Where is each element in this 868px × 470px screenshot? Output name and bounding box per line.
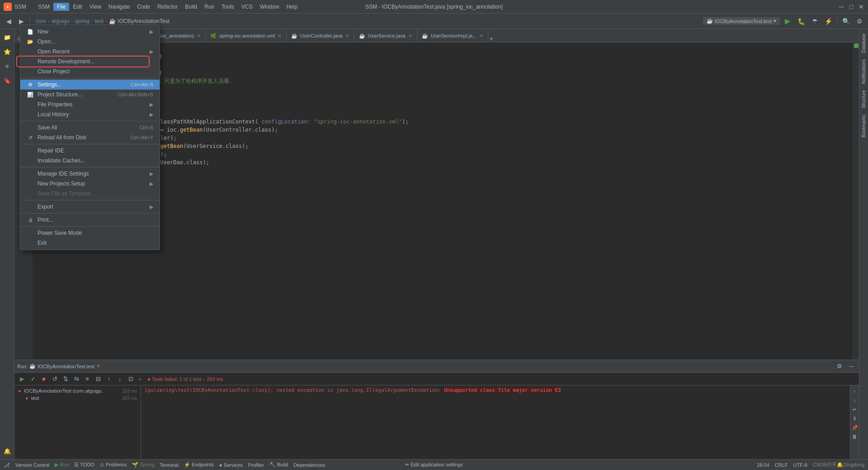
status-encoding[interactable]: CRLF — [775, 462, 788, 468]
menu-projstruct-item[interactable]: 📊 Project Structure... Ctrl+Alt+Shift+S — [20, 90, 160, 100]
more-tabs-btn[interactable]: ▾ — [488, 36, 495, 42]
sidebar-project-icon[interactable]: 📁 — [1, 31, 14, 43]
run-rerun-btn[interactable]: ↺ — [50, 374, 60, 384]
run-stop-btn[interactable]: ■ — [39, 374, 49, 384]
menu-edit[interactable]: Edit — [69, 3, 86, 11]
menu-new-item[interactable]: 📄 New ▶ — [20, 27, 160, 37]
menu-manageidesettings-item[interactable]: Manage IDE Settings ▶ — [20, 169, 160, 179]
menu-exit-item[interactable]: Exit — [20, 238, 160, 248]
status-terminal-label[interactable]: Terminal — [160, 462, 179, 468]
menu-vcs[interactable]: VCS — [238, 3, 256, 11]
test-item-method[interactable]: ● test 203 ms — [16, 394, 139, 402]
tab-pom-close[interactable]: ✕ — [197, 33, 201, 39]
menu-openrecent-item[interactable]: Open Recent ▶ — [20, 47, 160, 57]
tab-springxml[interactable]: 🌿 spring-ioc-annotation.xml ✕ — [206, 29, 287, 42]
menu-navigate[interactable]: Navigate — [105, 3, 133, 11]
menu-powersave-item[interactable]: Power Save Mode — [20, 228, 160, 238]
close-button[interactable]: ✕ — [858, 4, 864, 10]
status-build-label[interactable]: 🔨 Build — [269, 462, 288, 468]
far-pin-btn[interactable]: 📌 — [851, 423, 859, 432]
menu-run[interactable]: Run — [201, 3, 218, 11]
profile-button[interactable]: ⚡ — [822, 15, 834, 27]
breadcrumb-test[interactable]: test — [95, 18, 104, 24]
breadcrumb-atguigu[interactable]: atguigu — [52, 18, 69, 24]
status-spring-label[interactable]: 🌱 Spring — [132, 462, 154, 468]
breadcrumb-com[interactable]: com — [36, 18, 46, 24]
status-services-label[interactable]: ● Services — [219, 462, 243, 468]
run-filter-btn[interactable]: ⊡ — [126, 374, 136, 384]
menu-fileprops-item[interactable]: File Properties ▶ — [20, 100, 160, 109]
run-close-icon[interactable]: ✕ — [96, 363, 100, 369]
run-minimize-btn[interactable]: ─ — [846, 361, 856, 371]
tab-us-close[interactable]: ✕ — [408, 33, 412, 39]
menu-closeproject-item[interactable]: Close Project — [20, 66, 160, 76]
right-database-tab[interactable]: Database — [860, 31, 867, 56]
tab-userserviceimpl[interactable]: ☕ UserServiceImpl.ja... ✕ — [417, 29, 488, 42]
run-gear-btn[interactable]: ⚙ — [835, 361, 844, 371]
status-charset[interactable]: UTF-8 — [793, 462, 807, 468]
debug-button[interactable]: 🐛 — [795, 15, 807, 27]
coverage-button[interactable]: ☂ — [809, 15, 821, 27]
menu-build[interactable]: Build — [181, 3, 201, 11]
right-bookmarks-tab[interactable]: Bookmarks — [860, 112, 867, 140]
tab-usi-close[interactable]: ✕ — [479, 33, 483, 39]
toolbar-back-btn[interactable]: ◀ — [3, 15, 14, 27]
menu-refactor[interactable]: Refactor — [154, 3, 181, 11]
run-button[interactable]: ▶ — [782, 15, 793, 27]
far-up-btn[interactable]: ↑ — [851, 387, 859, 395]
sidebar-favorites-icon[interactable]: ⭐ — [1, 45, 14, 58]
menu-repairide-item[interactable]: Repair IDE — [20, 146, 160, 156]
tab-usercontroller[interactable]: ☕ UserController.java ✕ — [287, 29, 354, 42]
tab-uc-close[interactable]: ✕ — [345, 33, 349, 39]
tab-userservice[interactable]: ☕ UserService.java ✕ — [354, 29, 417, 42]
menu-export-item[interactable]: Export ▶ — [20, 202, 160, 212]
tab-springxml-close[interactable]: ✕ — [278, 33, 282, 39]
run-sort-btn[interactable]: ⇅ — [61, 374, 71, 384]
test-item-class[interactable]: ● IOCByAnnotationTest (com.atguigu. 203 … — [16, 387, 139, 394]
menu-open-item[interactable]: 📂 Open... — [20, 37, 160, 47]
menu-newprojectssetup-item[interactable]: New Projects Setup ▶ — [20, 179, 160, 189]
status-edit-label[interactable]: ✏ Edit application settings — [405, 462, 463, 468]
run-check-btn[interactable]: ✓ — [28, 374, 38, 384]
menu-localhistory-item[interactable]: Local History ▶ — [20, 109, 160, 119]
menu-saveall-item[interactable]: Save All Ctrl+S — [20, 123, 160, 133]
far-down-btn[interactable]: ↓ — [851, 396, 859, 404]
settings-button[interactable]: ⚙ — [854, 15, 865, 27]
right-structure-tab[interactable]: Structure — [860, 87, 867, 111]
status-vcs-label[interactable]: Version Control — [15, 462, 49, 468]
sidebar-bookmarks-icon[interactable]: 🔖 — [1, 74, 14, 87]
status-profiler-label[interactable]: Profiler — [248, 462, 264, 468]
menu-code[interactable]: Code — [133, 3, 154, 11]
menu-invalidate-item[interactable]: Invalidate Caches... — [20, 156, 160, 166]
status-deps-label[interactable]: Dependencies — [293, 462, 325, 468]
menu-ssm[interactable]: SSM — [34, 3, 53, 11]
menu-file[interactable]: File — [53, 3, 69, 11]
run-collapse-btn[interactable]: ⊟ — [93, 374, 103, 384]
menu-remotedev-item[interactable]: Remote Development... — [20, 57, 160, 66]
menu-print-item[interactable]: 🖨 Print... — [20, 215, 160, 225]
far-wrap-btn[interactable]: ↵ — [851, 405, 859, 413]
far-clear-btn[interactable]: 🗑 — [851, 432, 859, 441]
menu-settings-item[interactable]: ⚙ Settings... Ctrl+Alt+S — [20, 80, 160, 90]
menu-window[interactable]: Window — [256, 3, 283, 11]
sidebar-structure-icon[interactable]: ≡ — [1, 60, 14, 72]
run-up-btn[interactable]: ↑ — [104, 374, 114, 384]
run-expand-btn[interactable]: ≡ — [82, 374, 92, 384]
run-down-btn[interactable]: ↓ — [115, 374, 125, 384]
status-run-btn[interactable]: ▶ Run — [55, 462, 69, 468]
menu-tools[interactable]: Tools — [218, 3, 238, 11]
run-play-btn[interactable]: ▶ — [17, 374, 27, 384]
minimize-button[interactable]: ─ — [838, 4, 844, 10]
sidebar-notifications-icon[interactable]: 🔔 — [1, 445, 14, 457]
run-config-selector[interactable]: ☕ IOCByAnnotationTest.test ▾ — [703, 17, 780, 25]
menu-reload-item[interactable]: ↺ Reload All from Disk Ctrl+Alt+Y — [20, 133, 160, 142]
right-notifications-tab[interactable]: Notifications — [860, 57, 867, 86]
breadcrumb-spring[interactable]: spring — [75, 18, 90, 24]
status-problems-label[interactable]: ⚠ Problems — [100, 462, 127, 468]
search-button[interactable]: 🔍 — [840, 15, 852, 27]
status-todo-label[interactable]: ☰ TODO — [74, 462, 94, 468]
status-endpoints-label[interactable]: ⚡ Endpoints — [184, 462, 214, 468]
run-sort2-btn[interactable]: ⇆ — [71, 374, 81, 384]
far-scroll-btn[interactable]: ⇕ — [851, 414, 859, 423]
maximize-button[interactable]: □ — [848, 4, 854, 10]
